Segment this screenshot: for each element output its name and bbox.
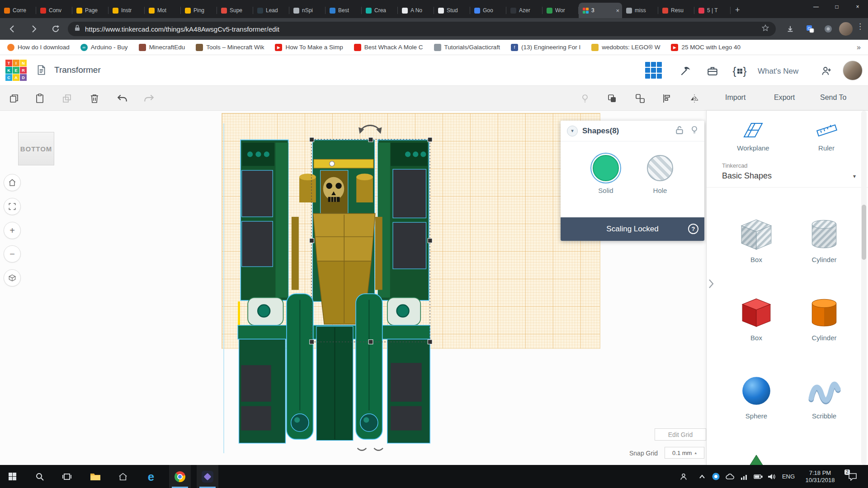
minecraft-pickaxe-icon[interactable] xyxy=(676,62,694,80)
browser-tab[interactable]: Goo xyxy=(470,3,506,18)
bookmark-item[interactable]: wedobots: LEGO® W xyxy=(591,44,660,51)
viewport-canvas[interactable]: BOTTOM + − xyxy=(0,111,706,465)
window-maximize-button[interactable]: □ xyxy=(826,0,847,14)
show-all-icon[interactable] xyxy=(578,92,592,105)
browser-tab[interactable]: Azer xyxy=(506,3,542,18)
invite-person-icon[interactable] xyxy=(817,62,835,80)
browser-tab[interactable]: miss xyxy=(622,3,658,18)
3d-model-transformer[interactable] xyxy=(235,119,437,451)
language-indicator[interactable]: ENG xyxy=(778,465,798,488)
browser-tab[interactable]: 5 | T xyxy=(694,3,731,18)
browser-tab[interactable]: Page xyxy=(72,3,108,18)
browser-tab[interactable]: Conv xyxy=(36,3,72,18)
tab-close-icon[interactable]: × xyxy=(616,7,619,14)
send-to-button[interactable]: Send To xyxy=(820,94,846,102)
design-properties-icon[interactable] xyxy=(35,64,47,78)
reload-icon[interactable] xyxy=(48,21,63,37)
volume-icon[interactable] xyxy=(765,465,778,488)
bookmark-star-icon[interactable] xyxy=(761,24,769,34)
shape-sphere-blue[interactable]: Sphere xyxy=(729,374,783,420)
ruler-tool[interactable]: Ruler xyxy=(795,120,858,152)
file-explorer-icon[interactable] xyxy=(85,465,106,488)
solid-material-button[interactable] xyxy=(593,155,619,181)
browser-profile-avatar[interactable] xyxy=(839,22,853,36)
bookmark-item[interactable]: ∞Arduino - Buy xyxy=(80,44,128,51)
perspective-toggle-button[interactable] xyxy=(4,269,21,286)
shape-library-select[interactable]: Tinkercad Basic Shapes ▾ xyxy=(707,160,868,188)
shape-cylinder-orange[interactable]: Cylinder xyxy=(797,296,851,342)
onedrive-cloud-icon[interactable] xyxy=(723,465,737,488)
browser-tab[interactable]: Crea xyxy=(362,3,398,18)
action-center-icon[interactable]: 2 xyxy=(844,465,862,488)
browser-tab[interactable]: Supe xyxy=(217,3,253,18)
browser-tab[interactable]: Ping xyxy=(181,3,217,18)
paste-icon[interactable] xyxy=(33,92,47,105)
shape-box-striped[interactable]: Box xyxy=(729,218,783,263)
collapse-chevron-icon[interactable]: ▾ xyxy=(567,126,578,136)
browser-menu-icon[interactable]: ⋮ xyxy=(856,22,864,31)
shape-cone-green[interactable] xyxy=(729,454,783,465)
copy-icon[interactable] xyxy=(7,92,21,105)
group-icon[interactable] xyxy=(605,92,619,105)
shape-scribble[interactable]: Scribble xyxy=(797,374,851,420)
shape-box-red[interactable]: Box xyxy=(729,296,783,342)
taskbar-clock[interactable]: 7:18 PM10/31/2018 xyxy=(798,465,842,488)
chrome-browser-icon[interactable] xyxy=(169,465,191,488)
brick-toolbox-icon[interactable] xyxy=(703,62,722,80)
back-icon[interactable] xyxy=(5,21,20,37)
battery-icon[interactable] xyxy=(751,465,765,488)
browser-tab[interactable]: Best xyxy=(326,3,362,18)
window-minimize-button[interactable]: — xyxy=(806,0,826,14)
browser-tab[interactable]: A No xyxy=(398,3,434,18)
ungroup-icon[interactable] xyxy=(633,92,647,105)
start-button[interactable] xyxy=(1,465,23,488)
people-icon[interactable] xyxy=(675,465,693,488)
bookmarks-overflow-icon[interactable]: » xyxy=(857,43,861,52)
bookmark-item[interactable]: MinecraftEdu xyxy=(139,44,185,51)
forward-icon[interactable] xyxy=(26,21,42,37)
whats-new-link[interactable]: What's New xyxy=(758,67,798,76)
tray-expand-chevron-icon[interactable] xyxy=(695,465,709,488)
edit-grid-button[interactable]: Edit Grid xyxy=(655,428,706,441)
workplane-tool[interactable]: Workplane xyxy=(722,120,785,152)
codeblocks-icon[interactable]: {} xyxy=(731,62,749,80)
import-button[interactable]: Import xyxy=(725,94,745,102)
bookmark-item[interactable]: ▶25 MOC with Lego 40 xyxy=(671,44,741,51)
design-title[interactable]: Transformer xyxy=(54,65,101,75)
extension-icon[interactable] xyxy=(821,22,835,36)
redo-icon[interactable] xyxy=(142,92,156,105)
mirror-flip-icon[interactable] xyxy=(688,92,701,105)
unlock-icon[interactable] xyxy=(675,126,684,136)
bookmark-item[interactable]: How do I download xyxy=(7,44,70,51)
network-icon[interactable] xyxy=(738,465,751,488)
browser-tab-active[interactable]: 3 × xyxy=(579,3,622,18)
user-avatar[interactable] xyxy=(843,61,863,80)
browser-tab[interactable]: Stud xyxy=(434,3,470,18)
fit-view-button[interactable] xyxy=(4,198,21,215)
bookmark-item[interactable]: Best Whack A Mole C xyxy=(354,44,423,51)
zoom-out-button[interactable]: − xyxy=(4,245,21,263)
translate-icon[interactable]: G xyxy=(803,22,817,36)
search-icon[interactable] xyxy=(29,465,51,488)
sidebar-collapse-icon[interactable] xyxy=(708,279,714,291)
zoom-in-button[interactable]: + xyxy=(4,222,21,239)
new-tab-button[interactable]: + xyxy=(735,6,740,14)
sidebar-scrollbar[interactable] xyxy=(861,111,867,465)
download-icon[interactable] xyxy=(783,22,797,36)
align-icon[interactable] xyxy=(660,92,674,105)
view-cube[interactable]: BOTTOM xyxy=(18,132,54,165)
browser-tab[interactable]: Resu xyxy=(658,3,694,18)
browser-tab[interactable]: Lead xyxy=(253,3,289,18)
task-view-icon[interactable] xyxy=(56,465,78,488)
browser-tab[interactable]: nSpi xyxy=(289,3,326,18)
url-text[interactable]: https://www.tinkercad.com/things/kA48Aws… xyxy=(85,25,279,33)
duplicate-icon[interactable] xyxy=(61,92,74,105)
home-app-icon[interactable] xyxy=(112,465,134,488)
browser-tab[interactable]: Wor xyxy=(542,3,579,18)
scrollbar-thumb[interactable] xyxy=(862,205,866,260)
shape-cylinder-striped[interactable]: Cylinder xyxy=(797,218,851,263)
browser-tab[interactable]: Corre xyxy=(0,3,36,18)
home-view-button[interactable] xyxy=(4,174,21,191)
bookmark-item[interactable]: Tutorials/Galacticraft xyxy=(434,44,500,51)
browser-tab[interactable]: Instr xyxy=(108,3,145,18)
